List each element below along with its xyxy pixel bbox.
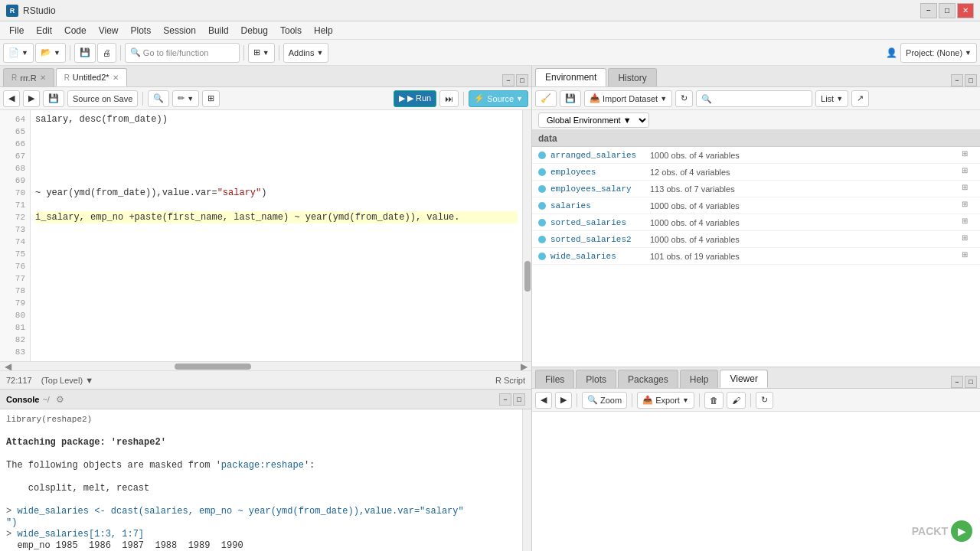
files-maximize-btn[interactable]: □ — [965, 376, 977, 388]
code-content[interactable]: salary, desc(from_date)) ~ year(ymd(from… — [31, 110, 522, 361]
menu-code[interactable]: Code — [58, 24, 93, 37]
editor-layout-btn[interactable]: ⊞ — [202, 90, 220, 107]
viewer-export-btn[interactable]: 📤 Export ▼ — [637, 392, 694, 409]
files-tab-files[interactable]: Files — [535, 370, 574, 388]
env-name-5: sorted_salaries — [550, 218, 650, 227]
global-env-selector[interactable]: Global Environment ▼ — [538, 112, 649, 128]
env-tab-history[interactable]: History — [608, 68, 656, 86]
env-name-4: salaries — [550, 201, 650, 210]
env-list-view-btn[interactable]: List ▼ — [815, 90, 848, 107]
env-grid-icon-7[interactable]: ⊞ — [962, 250, 974, 262]
open-file-button[interactable]: 📂 ▼ — [35, 43, 66, 63]
env-dot-1 — [538, 152, 546, 159]
layout-button[interactable]: ⊞ ▼ — [248, 43, 275, 63]
editor-maximize-btn[interactable]: □ — [516, 74, 528, 86]
env-item-salaries[interactable]: salaries 1000 obs. of 4 variables ⊞ — [532, 197, 980, 214]
menu-debug[interactable]: Debug — [235, 24, 274, 37]
close-button[interactable]: ✕ — [957, 3, 974, 18]
untitled2-tab-close[interactable]: ✕ — [113, 73, 119, 82]
env-grid-icon-5[interactable]: ⊞ — [962, 217, 974, 229]
viewer-back-btn[interactable]: ◀ — [535, 392, 552, 409]
menu-help[interactable]: Help — [308, 24, 339, 37]
run-label: ▶ Run — [407, 93, 431, 103]
editor-back-btn[interactable]: ◀ — [3, 90, 20, 107]
new-file-button[interactable]: 📄 ▼ — [3, 43, 34, 63]
env-item-wide-salaries[interactable]: wide_salaries 101 obs. of 19 variables ⊞ — [532, 248, 980, 265]
go-to-file-button[interactable]: 🔍 Go to file/function — [125, 43, 240, 63]
editor-tab-untitled2[interactable]: R Untitled2* ✕ — [56, 68, 127, 86]
env-dot-6 — [538, 236, 546, 243]
viewer-forward-btn[interactable]: ▶ — [555, 392, 572, 409]
editor-minimize-btn[interactable]: − — [502, 74, 514, 86]
files-toolbar-sep3 — [699, 393, 700, 407]
console-minimize-btn[interactable]: − — [499, 393, 511, 406]
env-tab-history-label: History — [618, 73, 646, 83]
addins-button[interactable]: Addins ▼ — [283, 43, 329, 63]
menu-tools[interactable]: Tools — [274, 24, 308, 37]
viewer-clear-btn[interactable]: 🗑 — [704, 392, 724, 409]
editor-hscroll[interactable]: ◀ ▶ — [0, 361, 531, 370]
env-item-sorted-salaries[interactable]: sorted_salaries 1000 obs. of 4 variables… — [532, 214, 980, 231]
env-item-employees[interactable]: employees 12 obs. of 4 variables ⊞ — [532, 164, 980, 181]
files-tab-viewer[interactable]: Viewer — [720, 370, 767, 388]
env-item-sorted-salaries2[interactable]: sorted_salaries2 1000 obs. of 4 variable… — [532, 231, 980, 248]
menu-edit[interactable]: Edit — [30, 24, 58, 37]
print-button[interactable]: 🖨 — [97, 43, 116, 63]
scope-dropdown-icon[interactable]: ▼ — [85, 376, 93, 385]
console-line-fns: colsplit, melt, recast — [6, 483, 516, 494]
editor-forward-btn[interactable]: ▶ — [23, 90, 40, 107]
files-tab-packages[interactable]: Packages — [618, 370, 678, 388]
env-grid-icon-6[interactable]: ⊞ — [962, 233, 974, 246]
env-tab-environment[interactable]: Environment — [535, 68, 606, 86]
maximize-button[interactable]: □ — [939, 3, 956, 18]
code-editor[interactable]: 6465666768 6970717273 7475767778 7980818… — [0, 110, 522, 361]
menu-view[interactable]: View — [93, 24, 125, 37]
env-minimize-btn[interactable]: − — [951, 74, 963, 86]
editor-vscroll[interactable] — [522, 110, 531, 361]
files-tab-help[interactable]: Help — [680, 370, 719, 388]
editor-format-btn[interactable]: ✏ ▼ — [172, 90, 199, 107]
project-selector[interactable]: Project: (None) ▼ — [900, 43, 977, 63]
console-vscroll[interactable] — [522, 409, 531, 551]
env-grid-icon-2[interactable]: ⊞ — [962, 166, 974, 178]
continue-button[interactable]: ⏭ — [439, 90, 459, 107]
editor-tab-rrr[interactable]: R rrr.R ✕ — [3, 68, 54, 86]
editor-search-btn[interactable]: 🔍 — [148, 90, 169, 107]
source-button[interactable]: ⚡ Source ▼ — [469, 90, 528, 107]
viewer-zoom-btn[interactable]: 🔍 Zoom — [582, 392, 627, 409]
env-grid-icon-3[interactable]: ⊞ — [962, 183, 974, 195]
run-button[interactable]: ▶ ▶ Run — [394, 90, 436, 107]
env-item-arranged-salaries[interactable]: arranged_salaries 1000 obs. of 4 variabl… — [532, 147, 980, 164]
env-save-btn[interactable]: 💾 — [560, 90, 581, 107]
source-on-save-btn[interactable]: Source on Save — [67, 90, 138, 107]
console-dir-icon[interactable]: ⚙ — [56, 394, 64, 405]
viewer-brush-btn[interactable]: 🖌 — [727, 392, 746, 409]
viewer-refresh-btn[interactable]: ↻ — [756, 392, 773, 409]
console-maximize-btn[interactable]: □ — [513, 393, 525, 406]
env-maximize-btn[interactable]: □ — [965, 74, 977, 86]
menu-file[interactable]: File — [3, 24, 30, 37]
editor-save-btn[interactable]: 💾 — [43, 90, 64, 107]
env-refresh-btn[interactable]: ↻ — [675, 90, 693, 107]
code-line-64: salary, desc(from_date)) — [35, 113, 518, 126]
env-clear-btn[interactable]: 🧹 — [535, 90, 557, 107]
console-content[interactable]: library(reshape2) Attaching package: 're… — [0, 409, 522, 551]
env-item-employees-salary[interactable]: employees_salary 113 obs. of 7 variables… — [532, 181, 980, 197]
env-grid-icon-1[interactable]: ⊞ — [962, 149, 974, 161]
menu-session[interactable]: Session — [157, 24, 202, 37]
import-dataset-btn[interactable]: 📥 Import Dataset ▼ — [584, 90, 672, 107]
menu-plots[interactable]: Plots — [125, 24, 158, 37]
env-desc-7: 101 obs. of 19 variables — [650, 252, 962, 261]
console-tab-label[interactable]: Console — [6, 395, 39, 404]
env-grid-icon-4[interactable]: ⊞ — [962, 200, 974, 212]
env-search-input[interactable] — [696, 90, 812, 107]
minimize-button[interactable]: − — [920, 3, 937, 18]
files-tab-plots[interactable]: Plots — [576, 370, 616, 388]
hscroll-thumb[interactable] — [175, 364, 251, 370]
rrr-tab-close[interactable]: ✕ — [40, 73, 46, 82]
save-button[interactable]: 💾 — [74, 43, 96, 63]
code-line-66 — [35, 138, 518, 150]
menu-build[interactable]: Build — [202, 24, 235, 37]
files-minimize-btn[interactable]: − — [951, 376, 963, 388]
env-expand-btn[interactable]: ↗ — [851, 90, 869, 107]
